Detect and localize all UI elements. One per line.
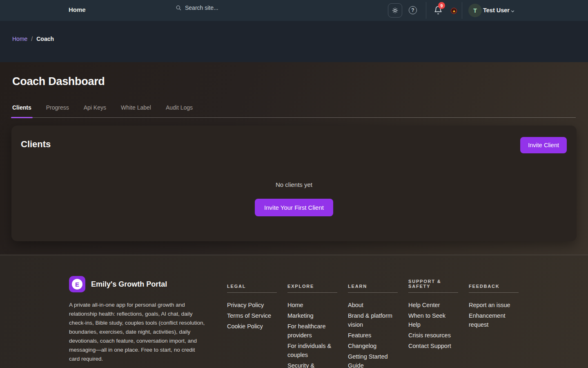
nav-home-link[interactable]: Home [69,6,86,13]
footer-link[interactable]: Report an issue [469,301,519,310]
site-search[interactable] [176,4,283,11]
search-icon [176,5,182,11]
footer-link[interactable]: Contact Support [408,341,458,350]
tab-clients[interactable]: Clients [12,100,31,117]
breadcrumb-home-link[interactable]: Home [12,36,27,42]
help-button[interactable]: ? [409,6,417,14]
question-mark-icon: ? [411,7,414,13]
breadcrumb-band: Home / Coach [0,21,588,62]
invite-client-button[interactable]: Invite Client [520,137,567,153]
footer-link[interactable]: Help Center [408,301,458,310]
footer-heading: EXPLORE [287,278,337,293]
footer-brand: E Emily's Growth Portal [69,276,167,292]
footer-link[interactable]: Brand & platform vision [348,311,398,329]
page-title: Coach Dashboard [0,62,588,88]
brand-logo-icon: E [69,276,85,292]
footer-link[interactable]: Enhancement request [469,311,519,329]
user-avatar[interactable]: T [468,4,482,17]
brand-name: Emily's Growth Portal [91,280,167,289]
footer-heading: SUPPORT & SAFETY [408,278,458,293]
tab-progress[interactable]: Progress [46,100,69,117]
footer-link[interactable]: Terms of Service [227,311,277,320]
notifications-button[interactable]: 9 [434,6,443,15]
footer-column-legal: LEGAL Privacy Policy Terms of Service Co… [227,278,277,368]
breadcrumb: Home / Coach [12,36,588,42]
empty-state: No clients yet Invite Your First Client [11,181,577,216]
footer-link[interactable]: Changelog [348,341,398,350]
footer-column-support: SUPPORT & SAFETY Help Center When to See… [408,278,458,368]
footer-link[interactable]: Privacy Policy [227,301,277,310]
footer-link[interactable]: Getting Started Guide [348,352,398,368]
footer-link[interactable]: About [348,301,398,310]
tab-audit-logs[interactable]: Audit Logs [166,100,193,117]
brand-logo-initial: E [72,279,82,289]
footer-link[interactable]: For individuals & couples [287,341,337,359]
brand-description: A private all-in-one app for personal gr… [69,301,205,364]
footer-link[interactable]: Crisis resources [408,331,458,340]
footer-link[interactable]: For healthcare providers [287,322,337,340]
clients-card: Clients Invite Client No clients yet Inv… [11,126,577,241]
breadcrumb-separator: / [31,36,33,42]
clients-card-title: Clients [21,139,51,150]
footer-link[interactable]: Home [287,301,337,310]
footer-link[interactable]: When to Seek Help [408,311,458,329]
sun-icon [392,7,399,14]
breadcrumb-current: Coach [36,36,54,42]
tab-api-keys[interactable]: Api Keys [84,100,106,117]
main-content: Coach Dashboard Clients Progress Api Key… [0,62,588,255]
crisis-alert-button[interactable] [451,8,457,14]
empty-state-message: No clients yet [276,181,312,188]
footer-heading: LEARN [348,278,398,293]
footer: E Emily's Growth Portal A private all-in… [0,255,588,368]
nav-divider [426,2,426,19]
footer-link[interactable]: Security & [287,361,337,368]
theme-toggle-button[interactable] [388,3,402,18]
footer-column-learn: LEARN About Brand & platform vision Feat… [348,278,398,368]
user-menu-name[interactable]: Test User [483,7,510,13]
dashboard-tabs: Clients Progress Api Keys White Label Au… [12,100,576,118]
nav-divider [462,2,462,19]
footer-heading: LEGAL [227,278,277,293]
footer-link[interactable]: Features [348,331,398,340]
invite-first-client-button[interactable]: Invite Your First Client [255,199,333,216]
warning-triangle-icon [452,9,456,13]
tab-white-label[interactable]: White Label [121,100,151,117]
footer-link[interactable]: Cookie Policy [227,322,277,331]
chevron-down-icon[interactable] [510,8,515,13]
footer-column-explore: EXPLORE Home Marketing For healthcare pr… [287,278,337,368]
top-navbar: Home ? 9 T Test User [0,0,588,21]
notification-count-badge: 9 [438,2,445,9]
search-input[interactable] [185,4,283,11]
footer-columns: LEGAL Privacy Policy Terms of Service Co… [227,278,519,368]
footer-column-feedback: FEEDBACK Report an issue Enhancement req… [469,278,519,368]
footer-link[interactable]: Marketing [287,311,337,320]
footer-heading: FEEDBACK [469,278,519,293]
